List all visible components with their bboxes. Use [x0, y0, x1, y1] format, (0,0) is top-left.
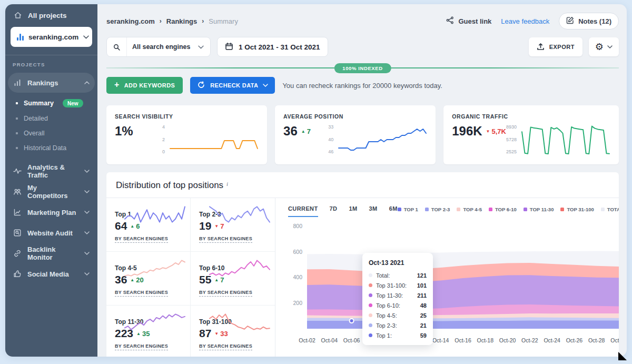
breadcrumb: seranking.com › Rankings › Summary	[106, 17, 238, 25]
stat-card-organic-traffic: ORGANIC TRAFFIC196K▼5,7K893057282525	[443, 105, 619, 164]
svg-text:Oct-18: Oct-18	[477, 337, 494, 343]
distribution-body: Top 164▲6BY SEARCH ENGINESTop 2-319▼7BY …	[106, 198, 619, 357]
by-search-engines-link[interactable]: BY SEARCH ENGINES	[115, 236, 168, 243]
sidebar-item-label: Website Audit	[27, 229, 73, 237]
tab-1m[interactable]: 1M	[349, 205, 357, 217]
stat-axis-ticks: 334046	[328, 124, 333, 158]
breadcrumb-rankings[interactable]: Rankings	[166, 17, 197, 25]
chart-canvas[interactable]: 200400600800Oct-02Oct-04Oct-06Oct-08Oct-…	[288, 220, 619, 349]
tab-3m[interactable]: 3M	[369, 205, 378, 217]
mouse-cursor	[618, 352, 627, 360]
legend-swatch	[601, 208, 605, 211]
tooltip-date: Oct-13 2021	[369, 259, 427, 267]
info-icon[interactable]: i	[226, 181, 228, 187]
legend-top-31-100[interactable]: TOP 31-100	[560, 206, 594, 212]
svg-text:400: 400	[293, 274, 302, 280]
breadcrumb-summary: Summary	[209, 17, 238, 25]
tab-6m[interactable]: 6M	[389, 205, 398, 217]
sparkline-chart	[521, 124, 610, 158]
search-icon	[107, 37, 127, 56]
legend-total[interactable]: TOTAL	[601, 206, 619, 212]
sidebar-item-label: Backlink Monitor	[27, 245, 78, 261]
stacked-area-chart[interactable]: 200400600800Oct-02Oct-04Oct-06Oct-08Oct-…	[288, 220, 619, 349]
notes-pencil-icon	[566, 16, 574, 26]
delta-value: 7	[307, 127, 311, 135]
breadcrumb-project[interactable]: seranking.com	[106, 17, 155, 25]
tooltip-dot	[369, 313, 372, 317]
delta-up: ▲7	[301, 127, 311, 135]
sidebar-item-analytics-traffic[interactable]: Analytics & Traffic	[8, 161, 95, 181]
by-search-engines-link[interactable]: BY SEARCH ENGINES	[199, 343, 252, 350]
tab-7d[interactable]: 7D	[330, 205, 338, 217]
by-search-engines-link[interactable]: BY SEARCH ENGINES	[199, 290, 252, 297]
settings-button[interactable]: ⚙	[589, 37, 619, 56]
notes-button[interactable]: Notes (12)	[559, 13, 619, 29]
stat-axis-ticks: 893057282525	[506, 124, 517, 158]
axis-tick: 2525	[506, 149, 517, 154]
by-search-engines-link[interactable]: BY SEARCH ENGINES	[115, 290, 168, 297]
tab-current[interactable]: CURRENT	[288, 205, 318, 217]
date-range-picker[interactable]: 1 Oct 2021 - 31 Oct 2021	[217, 37, 328, 57]
sidebar-item-website-audit[interactable]: Website Audit	[8, 223, 95, 243]
tile-sparkline-chart	[124, 311, 186, 333]
main-content: seranking.com › Rankings › Summary Guest…	[97, 4, 627, 357]
sidebar-item-marketing-plan[interactable]: Marketing Plan	[8, 202, 95, 222]
tooltip-value: 59	[420, 332, 427, 339]
legend-label: TOP 2-3	[431, 206, 450, 212]
axis-tick: 2	[162, 137, 165, 142]
add-keywords-button[interactable]: + ADD KEYWORDS	[106, 77, 183, 94]
legend-label: TOP 1	[404, 206, 418, 212]
tooltip-value: 48	[420, 302, 427, 309]
legend-label: TOTAL	[607, 206, 619, 212]
sidebar-item-my-competitors[interactable]: My Competitors	[8, 182, 95, 202]
period-tabs: CURRENT7D1M3M6M	[288, 205, 398, 217]
tooltip-value: 121	[417, 272, 427, 279]
sidebar-item-label: Rankings	[27, 79, 58, 87]
bullet-icon	[16, 132, 18, 134]
sidebar-subitem-label: Summary	[24, 100, 54, 107]
legend-top-2-3[interactable]: TOP 2-3	[425, 206, 450, 212]
sidebar-item-backlink-monitor[interactable]: Backlink Monitor	[8, 243, 95, 263]
sidebar-item-social-media[interactable]: Social Media	[8, 264, 95, 284]
svg-text:Oct-28: Oct-28	[588, 337, 605, 343]
sidebar-sublist: SummaryNewDetailedOverallHistorical Data	[5, 93, 97, 161]
sidebar-item-label: Marketing Plan	[27, 209, 76, 217]
sidebar-subitem-label: Detailed	[24, 115, 48, 122]
legend-top-1[interactable]: TOP 1	[398, 206, 418, 212]
by-search-engines-link[interactable]: BY SEARCH ENGINES	[115, 343, 168, 350]
by-search-engines-link[interactable]: BY SEARCH ENGINES	[199, 236, 252, 243]
axis-tick: 40	[328, 137, 333, 142]
sidebar-subitem-summary[interactable]: SummaryNew	[5, 95, 97, 111]
sidebar-item-rankings[interactable]: Rankings	[8, 73, 95, 93]
legend-top-4-5[interactable]: TOP 4-5	[457, 206, 482, 212]
sidebar-subitem-overall[interactable]: Overall	[5, 126, 97, 141]
sidebar-subitem-detailed[interactable]: Detailed	[5, 111, 97, 126]
stat-card-title: SEARCH VISIBILITY	[115, 113, 259, 120]
tile-top-31-100: Top 31-10087▼33BY SEARCH ENGINES	[191, 306, 275, 357]
tile-sparkline-chart	[124, 203, 186, 225]
recheck-data-button[interactable]: RECHECK DATA	[190, 77, 275, 94]
tooltip-dot	[369, 293, 372, 297]
chart-legend: TOP 1TOP 2-3TOP 4-5TOP 6-10TOP 11-30TOP …	[398, 205, 619, 212]
project-selector[interactable]: seranking.com	[11, 27, 92, 47]
ranking-icon	[13, 78, 22, 87]
legend-top-11-30[interactable]: TOP 11-30	[524, 206, 554, 212]
guest-link-button[interactable]: Guest link	[446, 16, 491, 26]
legend-top-6-10[interactable]: TOP 6-10	[489, 206, 517, 212]
search-engine-select[interactable]: All search engines	[106, 37, 211, 57]
export-button[interactable]: EXPORT	[529, 37, 582, 56]
legend-swatch	[457, 208, 460, 211]
svg-text:Oct-04: Oct-04	[321, 337, 338, 343]
refresh-icon	[197, 81, 205, 90]
tile-top-4-5: Top 4-536▲20BY SEARCH ENGINES	[106, 252, 191, 306]
tile-sparkline-chart	[124, 257, 186, 279]
sidebar-subitem-historical-data[interactable]: Historical Data	[5, 141, 97, 155]
chevron-down-icon	[83, 35, 89, 39]
tooltip-row: Total:121	[369, 270, 427, 280]
axis-tick: 46	[328, 149, 333, 154]
all-projects-link[interactable]: All projects	[5, 4, 97, 24]
legend-label: TOP 4-5	[463, 206, 482, 212]
leave-feedback-link[interactable]: Leave feedback	[501, 17, 549, 25]
chart-section: CURRENT7D1M3M6M TOP 1TOP 2-3TOP 4-5TOP 6…	[275, 198, 619, 357]
stat-card-body: 1%420	[115, 124, 259, 159]
